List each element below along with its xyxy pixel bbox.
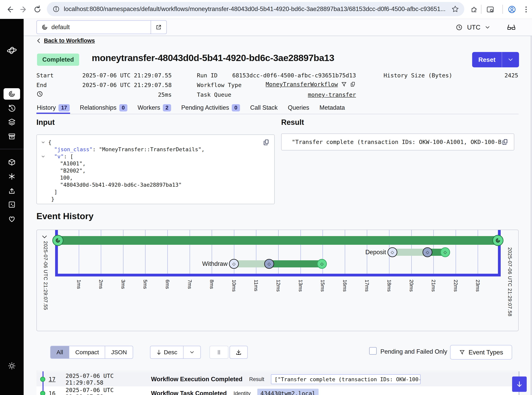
json-line-text: ]	[54, 189, 57, 195]
input-copy-icon[interactable]	[263, 139, 270, 146]
namespace-selector[interactable]: default	[36, 20, 167, 34]
timezone-label[interactable]: UTC	[467, 24, 480, 31]
tab-relationships[interactable]: Relationships0	[80, 102, 128, 114]
task-queue-value[interactable]: money-transfer	[308, 91, 356, 98]
reset-button-label[interactable]: Reset	[472, 52, 502, 67]
sidebar-item-schedules-icon[interactable]	[7, 104, 16, 113]
temporal-logo-icon[interactable]	[7, 45, 17, 55]
result-value: "Transfer complete (transaction IDs: OKW…	[292, 139, 502, 145]
json-line-text: {	[48, 139, 51, 145]
browser-forward-icon[interactable]	[19, 5, 28, 14]
workflow-type-filter-icon[interactable]	[341, 81, 347, 87]
json-line: ]	[37, 189, 260, 196]
tab-call-stack[interactable]: Call Stack	[250, 102, 278, 114]
timeline-collapse-chevron-icon[interactable]	[41, 234, 48, 240]
json-line: }	[37, 196, 260, 203]
sidebar-item-docs-icon[interactable]	[7, 200, 16, 209]
namespace-open-button[interactable]	[151, 21, 166, 34]
event-id-link[interactable]: 17	[49, 376, 59, 383]
activity-scheduled-span[interactable]	[234, 260, 269, 267]
sidebar-item-workflows[interactable]	[4, 88, 20, 100]
workflow-span-endpoint-icon[interactable]	[52, 235, 63, 246]
profile-avatar-icon[interactable]	[508, 5, 516, 14]
event-name: Workflow Task Completed	[151, 390, 227, 395]
end-label: End	[36, 82, 47, 88]
tab-count-badge: 0	[232, 104, 240, 111]
sort-desc-button[interactable]: Desc	[150, 346, 183, 358]
result-panel: "Transfer complete (transaction IDs: OKW…	[281, 133, 514, 150]
labs-glasses-icon[interactable]	[507, 23, 516, 32]
workflow-type-copy-icon[interactable]	[350, 81, 356, 87]
theme-toggle-sun-icon[interactable]	[7, 362, 16, 370]
activity-label-withdraw: Withdraw	[176, 260, 228, 267]
url-text: localhost:8080/namespaces/default/workfl…	[64, 5, 451, 13]
reset-dropdown-button[interactable]	[502, 52, 519, 67]
workflow-execution-span[interactable]	[58, 236, 498, 245]
sidebar-item-codec-icon[interactable]	[7, 172, 16, 181]
collapse-chevron-icon[interactable]	[41, 140, 45, 144]
event-timestamp: 2025-07-06 UTC 21:29:07.58	[66, 387, 144, 395]
start-value: 2025-07-06 UTC 21:29:07.55	[67, 72, 172, 79]
event-types-button[interactable]: Event Types	[450, 345, 512, 360]
collapse-chevron-icon[interactable]	[41, 154, 45, 159]
event-id-link[interactable]: 16	[49, 390, 59, 395]
scroll-to-bottom-button[interactable]	[512, 377, 527, 392]
page-scrollbar[interactable]	[531, 19, 532, 395]
activity-started-marker[interactable]: ◇	[264, 259, 274, 269]
tab-count-badge: 17	[59, 104, 70, 111]
tab-workers[interactable]: Workers2	[137, 102, 171, 114]
event-row[interactable]: 172025-07-06 UTC 21:29:07.58Workflow Exe…	[36, 372, 519, 386]
sidebar-item-archive-icon[interactable]	[7, 132, 16, 141]
timeline-tick-label: 5ms	[142, 280, 148, 289]
json-line-text: "48043d0d-5b41-4920-bd6c-3ae28897ba13"	[60, 182, 182, 188]
browser-back-icon[interactable]	[5, 5, 14, 14]
event-row[interactable]: 162025-07-06 UTC 21:29:07.58Workflow Tas…	[36, 386, 519, 395]
workflow-type-value[interactable]: MoneyTransferWorkflow	[266, 81, 338, 88]
workflow-span-endpoint-icon[interactable]	[492, 235, 504, 246]
download-history-button[interactable]	[230, 346, 248, 359]
browser-menu-icon[interactable]	[522, 5, 530, 14]
sidebar-item-batch-operations-icon[interactable]	[7, 118, 16, 126]
activity-scheduled-marker[interactable]: ◇	[229, 259, 239, 269]
reset-button[interactable]: Reset	[472, 52, 519, 67]
result-copy-icon[interactable]	[502, 138, 509, 146]
timeline-tick-label: 15ms	[320, 280, 325, 292]
sidebar-item-import-icon[interactable]	[7, 187, 16, 195]
activity-scheduled-span[interactable]	[392, 249, 428, 256]
site-info-icon[interactable]	[52, 5, 60, 13]
view-mode-json[interactable]: JSON	[105, 346, 133, 358]
activity-running-span[interactable]	[269, 260, 322, 267]
activity-completed-marker[interactable]: ◇	[317, 259, 327, 269]
json-line-text: "B2002",	[60, 168, 86, 174]
sidebar-item-nexus-icon[interactable]	[7, 158, 16, 167]
json-line-text: 100,	[60, 175, 73, 181]
view-mode-compact[interactable]: Compact	[69, 346, 105, 358]
tab-pending-activities[interactable]: Pending Activities0	[181, 102, 240, 114]
pending-failed-only-checkbox[interactable]	[369, 347, 377, 355]
sort-dropdown-button[interactable]	[183, 346, 200, 358]
tab-queries[interactable]: Queries	[287, 102, 310, 114]
address-bar[interactable]: localhost:8080/namespaces/default/workfl…	[47, 2, 464, 16]
extensions-icon[interactable]	[470, 5, 478, 14]
sidebar-item-feedback-heart-icon[interactable]	[7, 215, 16, 223]
pause-autorefresh-button[interactable]	[209, 346, 228, 359]
timezone-chevron-down-icon[interactable]	[485, 25, 490, 30]
activity-completed-marker[interactable]: ◇	[440, 247, 450, 257]
activity-scheduled-marker[interactable]: ◇	[388, 247, 397, 257]
sort-order-control: Desc	[150, 346, 201, 359]
json-key: "json_class"	[54, 146, 93, 152]
run-id-label: Run ID	[197, 72, 218, 79]
view-mode-all[interactable]: All	[51, 346, 69, 358]
back-to-workflows-link[interactable]: Back to Workflows	[36, 37, 95, 44]
tab-count-badge: 2	[163, 104, 171, 111]
tab-metadata[interactable]: Metadata	[319, 102, 345, 114]
timeline-tick-label: 2ms	[98, 280, 104, 289]
event-field-label: Result	[249, 376, 264, 382]
event-types-label: Event Types	[469, 349, 503, 356]
event-status-dot	[40, 391, 45, 395]
tab-history[interactable]: History17	[36, 102, 70, 114]
browser-reload-icon[interactable]	[33, 5, 42, 14]
side-panel-search-icon[interactable]	[486, 5, 495, 14]
bookmark-star-icon[interactable]	[451, 5, 459, 13]
json-line: "A1001",	[37, 160, 260, 168]
